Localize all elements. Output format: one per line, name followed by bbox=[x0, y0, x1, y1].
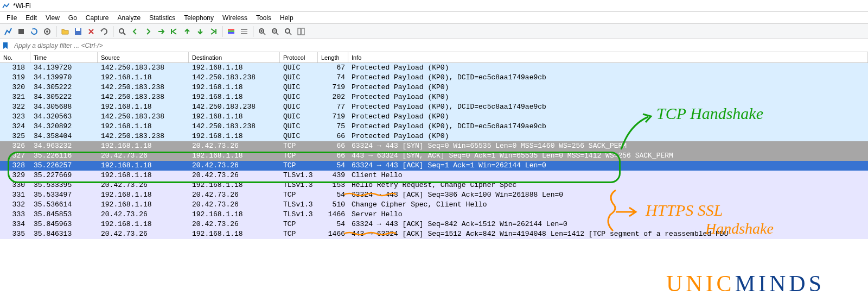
table-row[interactable]: 32534.358404142.250.183.238192.168.1.18Q… bbox=[0, 131, 868, 141]
cell: 192.168.1.18 bbox=[98, 190, 189, 200]
go-forward-button[interactable] bbox=[142, 26, 154, 37]
table-row[interactable]: 32935.227669192.168.1.1820.42.73.26TLSv1… bbox=[0, 171, 868, 180]
table-row[interactable]: 32134.305222142.250.183.238192.168.1.18Q… bbox=[0, 92, 868, 102]
resize-columns-button[interactable] bbox=[295, 26, 307, 37]
cell: TCP bbox=[280, 151, 318, 161]
watermark-part1: UNIC bbox=[666, 271, 735, 296]
zoom-in-button[interactable] bbox=[256, 26, 268, 37]
close-file-button[interactable] bbox=[85, 26, 97, 37]
column-no[interactable]: No. bbox=[0, 52, 30, 62]
menu-tools[interactable]: Tools bbox=[252, 13, 276, 23]
reload-button[interactable] bbox=[98, 26, 110, 37]
go-first-button[interactable] bbox=[168, 26, 180, 37]
table-row[interactable]: 33335.84585320.42.73.26192.168.1.18TLSv1… bbox=[0, 210, 868, 220]
cell: 1466 bbox=[318, 229, 348, 239]
column-source[interactable]: Source bbox=[98, 52, 189, 62]
table-row[interactable]: 33535.84631320.42.73.26192.168.1.18TCP14… bbox=[0, 229, 868, 239]
auto-scroll-button[interactable] bbox=[207, 26, 219, 37]
cell: TLSv1.3 bbox=[280, 200, 318, 210]
save-file-button[interactable] bbox=[72, 26, 84, 37]
capture-options-button[interactable] bbox=[41, 26, 53, 37]
colorize-list-button[interactable] bbox=[238, 26, 250, 37]
menu-file[interactable]: File bbox=[2, 13, 21, 23]
menubar: FileEditViewGoCaptureAnalyzeStatisticsTe… bbox=[0, 12, 868, 24]
colorize-button[interactable] bbox=[225, 26, 237, 37]
cell: 192.168.1.18 bbox=[189, 229, 280, 239]
cell: QUIC bbox=[280, 102, 318, 112]
table-row[interactable]: 32735.22611620.42.73.26192.168.1.18TCP66… bbox=[0, 151, 868, 161]
cell: 142.250.183.238 bbox=[98, 63, 189, 73]
cell: 63324 → 443 [ACK] Seq=1 Ack=1 Win=262144… bbox=[348, 161, 868, 171]
watermark: UNICMINDS bbox=[666, 271, 825, 297]
table-row[interactable]: 32334.320563142.250.183.238192.168.1.18Q… bbox=[0, 112, 868, 122]
table-row[interactable]: 32835.226257192.168.1.1820.42.73.26TCP54… bbox=[0, 161, 868, 171]
cell: 35.536614 bbox=[30, 200, 98, 210]
table-row[interactable]: 32434.320892192.168.1.18142.250.183.238Q… bbox=[0, 122, 868, 131]
table-row[interactable]: 31934.139970192.168.1.18142.250.183.238Q… bbox=[0, 73, 868, 83]
display-filter-input[interactable] bbox=[11, 39, 868, 52]
cell: 74 bbox=[318, 73, 348, 83]
start-capture-button[interactable] bbox=[2, 26, 14, 37]
cell: 510 bbox=[318, 200, 348, 210]
separator bbox=[56, 26, 56, 37]
table-row[interactable]: 33035.53339520.42.73.26192.168.1.18TLSv1… bbox=[0, 180, 868, 190]
cell: 34.963232 bbox=[30, 141, 98, 151]
cell: 63324 → 443 [ACK] Seq=842 Ack=1512 Win=2… bbox=[348, 220, 868, 229]
menu-go[interactable]: Go bbox=[64, 13, 81, 23]
cell: 192.168.1.18 bbox=[189, 180, 280, 190]
cell: 54 bbox=[318, 220, 348, 229]
cell: 153 bbox=[318, 180, 348, 190]
column-length[interactable]: Length bbox=[318, 52, 348, 62]
table-row[interactable]: 32634.963232192.168.1.1820.42.73.26TCP66… bbox=[0, 141, 868, 151]
zoom-out-button[interactable] bbox=[269, 26, 281, 37]
menu-analyze[interactable]: Analyze bbox=[113, 13, 145, 23]
open-file-button[interactable] bbox=[59, 26, 71, 37]
cell: Protected Payload (KP0) bbox=[348, 63, 868, 73]
cell: 20.42.73.26 bbox=[189, 200, 280, 210]
go-back-button[interactable] bbox=[129, 26, 141, 37]
menu-capture[interactable]: Capture bbox=[81, 13, 113, 23]
stop-capture-button[interactable] bbox=[15, 26, 27, 37]
column-protocol[interactable]: Protocol bbox=[280, 52, 318, 62]
packet-list[interactable]: 31834.139720142.250.183.238192.168.1.18Q… bbox=[0, 63, 868, 239]
table-row[interactable]: 32034.305222142.250.183.238192.168.1.18Q… bbox=[0, 83, 868, 92]
cell: Protected Payload (KP0) bbox=[348, 112, 868, 122]
go-last-button[interactable] bbox=[181, 26, 193, 37]
cell: 142.250.183.238 bbox=[98, 112, 189, 122]
menu-telephony[interactable]: Telephony bbox=[180, 13, 218, 23]
table-row[interactable]: 33235.536614192.168.1.1820.42.73.26TLSv1… bbox=[0, 200, 868, 210]
jump-to-button[interactable] bbox=[155, 26, 167, 37]
table-row[interactable]: 33435.845963192.168.1.1820.42.73.26TCP54… bbox=[0, 220, 868, 229]
go-down-button[interactable] bbox=[194, 26, 206, 37]
column-info[interactable]: Info bbox=[348, 52, 868, 62]
cell: Change Cipher Spec, Client Hello bbox=[348, 200, 868, 210]
menu-view[interactable]: View bbox=[41, 13, 64, 23]
column-destination[interactable]: Destination bbox=[189, 52, 280, 62]
table-row[interactable]: 32234.305688192.168.1.18142.250.183.238Q… bbox=[0, 102, 868, 112]
table-row[interactable]: 33135.533497192.168.1.1820.42.73.26TCP54… bbox=[0, 190, 868, 200]
cell: 20.42.73.26 bbox=[189, 161, 280, 171]
menu-wireless[interactable]: Wireless bbox=[218, 13, 252, 23]
menu-help[interactable]: Help bbox=[276, 13, 298, 23]
column-time[interactable]: Time bbox=[30, 52, 98, 62]
cell: 192.168.1.18 bbox=[189, 112, 280, 122]
cell: 35.226257 bbox=[30, 161, 98, 171]
table-row[interactable]: 31834.139720142.250.183.238192.168.1.18Q… bbox=[0, 63, 868, 73]
filter-bookmark-icon[interactable] bbox=[0, 41, 11, 50]
restart-capture-button[interactable] bbox=[28, 26, 40, 37]
menu-edit[interactable]: Edit bbox=[21, 13, 41, 23]
cell: 192.168.1.18 bbox=[189, 131, 280, 141]
cell: 20.42.73.26 bbox=[98, 229, 189, 239]
cell: 63324 → 443 [SYN] Seq=0 Win=65535 Len=0 … bbox=[348, 141, 868, 151]
cell: 75 bbox=[318, 122, 348, 131]
cell: TCP bbox=[280, 220, 318, 229]
find-button[interactable] bbox=[116, 26, 128, 37]
cell: 202 bbox=[318, 92, 348, 102]
cell: 719 bbox=[318, 83, 348, 92]
cell: 318 bbox=[0, 63, 30, 73]
zoom-reset-button[interactable] bbox=[282, 26, 294, 37]
cell: 323 bbox=[0, 112, 30, 122]
menu-statistics[interactable]: Statistics bbox=[145, 13, 180, 23]
cell: QUIC bbox=[280, 131, 318, 141]
svg-rect-11 bbox=[241, 33, 247, 34]
